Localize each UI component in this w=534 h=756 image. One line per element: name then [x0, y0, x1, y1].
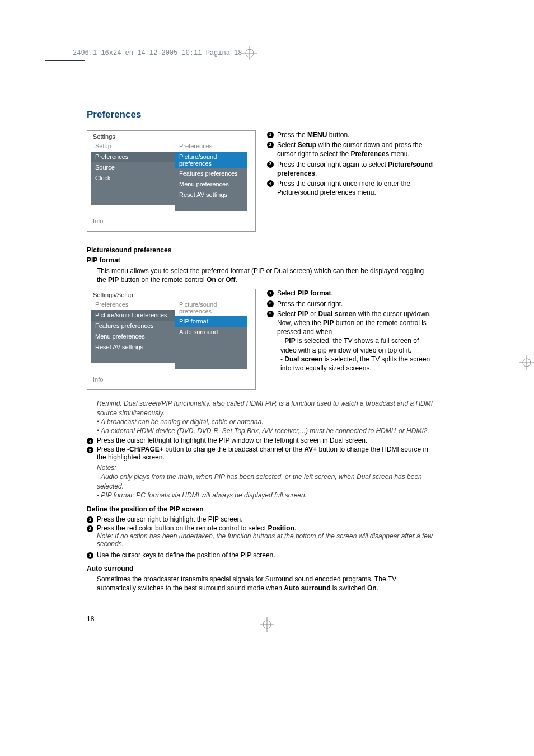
step-text: Press the cursor right to highlight the …	[97, 515, 243, 523]
menu-item	[91, 353, 175, 363]
submenu-item	[175, 348, 247, 359]
submenu-item: Auto surround	[175, 327, 247, 337]
step-text: Press the cursor right again to select	[277, 161, 388, 168]
submenu-item	[175, 359, 247, 369]
registration-mark-right	[519, 355, 534, 372]
step-text: menu.	[389, 150, 410, 158]
step-num: 4	[267, 180, 274, 187]
auto-surround-text: Sometimes the broadcaster transmits spec…	[97, 575, 433, 593]
note: Note: If no action has been undertaken, …	[97, 532, 433, 548]
step-num: 2	[267, 142, 274, 148]
step-text: Press the cursor left/right to highlight…	[97, 436, 367, 444]
registration-mark-top	[242, 46, 257, 63]
menu-item: Clock	[91, 173, 175, 184]
menu-title: Settings	[87, 131, 255, 141]
step-text: Press the	[277, 131, 307, 139]
intro-text: This menu allows you to select the prefe…	[97, 266, 433, 284]
step-num: 3	[87, 552, 93, 559]
settings-setup-menu-figure: Settings/Setup Preferences Picture/sound…	[87, 289, 256, 390]
submenu-item	[175, 337, 247, 348]
submenu-item: Reset AV settings	[175, 190, 247, 200]
remind-bullet: • An external HDMI device (DVD, DVD-R, S…	[97, 426, 433, 435]
menu-item: Reset AV settings	[91, 342, 175, 353]
menu-item	[91, 184, 175, 194]
submenu-item: PIP format	[175, 316, 247, 327]
submenu-item: Features preferences	[175, 168, 247, 179]
menu-item: Source	[91, 162, 175, 173]
step-num: 2	[267, 300, 274, 307]
step-num: 1	[267, 132, 274, 138]
menu-item: Menu preferences	[91, 331, 175, 342]
menu-item: Preferences	[91, 152, 175, 162]
submenu-item: Picture/sound preferences	[175, 152, 247, 168]
step-text: Preferences	[350, 150, 389, 158]
content: Preferences Settings Setup Preferences S…	[87, 109, 433, 623]
print-header: 2496.1 16x24 en 14-12-2005 10:11 Pagina …	[73, 49, 242, 57]
section-subheading: Auto surround	[87, 565, 433, 572]
step-num: 5	[87, 447, 93, 453]
step-text: Press the cursor right once more to ente…	[277, 179, 433, 197]
step-num: 1	[267, 290, 274, 297]
section-heading: Picture/sound preferences	[87, 246, 433, 254]
page-title: Preferences	[87, 109, 433, 120]
menu-item: Features preferences	[91, 321, 175, 331]
note: - Audio only plays from the main, when P…	[97, 472, 433, 490]
step-text: Setup	[298, 141, 316, 149]
crop-mark	[45, 60, 85, 100]
step-text: MENU	[307, 131, 327, 139]
step-text: Use the cursor keys to define the positi…	[97, 551, 275, 559]
menu-info: Info	[87, 373, 255, 389]
submenu-item: Menu preferences	[175, 179, 247, 190]
settings-menu-figure: Settings Setup Preferences Source Clock …	[87, 130, 256, 232]
note: - PIP format: PC formats via HDMI will a…	[97, 491, 433, 500]
menu-header: Preferences	[91, 299, 175, 310]
step-text: .	[315, 170, 317, 177]
registration-mark-bottom	[260, 617, 274, 634]
step-num: 4	[87, 438, 93, 444]
remind-note: Remind: Dual screen/PIP functionality, a…	[97, 399, 433, 417]
step-num: 2	[87, 525, 93, 532]
step-text: button.	[327, 131, 349, 139]
step-num: 3	[267, 161, 274, 168]
menu-title: Settings/Setup	[87, 289, 255, 299]
step-num: 1	[87, 516, 93, 523]
section-subheading: PIP format	[87, 256, 433, 264]
menu-item	[91, 194, 175, 205]
step-text: Select	[277, 141, 298, 149]
step-num: 3	[267, 311, 274, 317]
steps-block-2: 1 Select PIP format. 2 Press the cursor …	[267, 289, 433, 374]
menu-item: Picture/sound preferences	[91, 310, 175, 321]
section-subheading: Define the position of the PIP screen	[87, 505, 433, 513]
page: 2496.1 16x24 en 14-12-2005 10:11 Pagina …	[0, 0, 534, 645]
steps-block-1: 1 Press the MENU button. 2 Select Setup …	[267, 130, 433, 198]
submenu-header: Picture/sound preferences	[175, 299, 247, 316]
menu-item: Setup	[91, 141, 175, 152]
remind-bullet: • A broadcast can be analog or digital, …	[97, 417, 433, 426]
submenu-item	[175, 200, 247, 211]
submenu-header: Preferences	[175, 141, 247, 152]
notes-heading: Notes:	[97, 463, 433, 472]
menu-info: Info	[87, 214, 255, 231]
